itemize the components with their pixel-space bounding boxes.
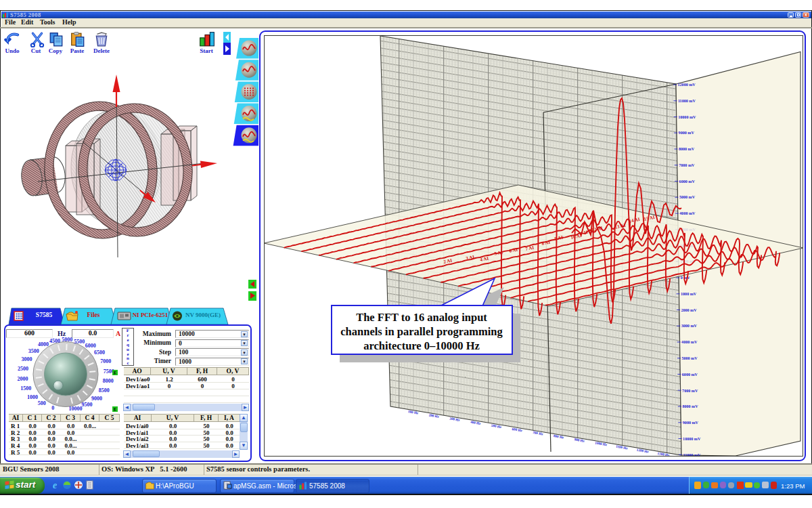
svg-text:9000 mV: 9000 mV [683, 421, 699, 425]
svg-text:The FFT to 16 analog input: The FFT to 16 analog input [356, 311, 487, 324]
svg-text:4500: 4500 [49, 338, 60, 344]
svg-text:channels in parallel programmi: channels in parallel programming [340, 325, 503, 338]
svg-text:7000 mV: 7000 mV [682, 389, 698, 393]
svg-text:11000 mV: 11000 mV [678, 99, 696, 103]
svg-text:architecture 0–10000 Hz: architecture 0–10000 Hz [363, 339, 480, 352]
svg-text:10000 mV: 10000 mV [683, 437, 701, 441]
svg-text:e: e [53, 480, 57, 490]
svg-text:9000: 9000 [91, 396, 102, 402]
svg-text:7000 mV: 7000 mV [679, 163, 695, 167]
svg-text:2000: 2000 [18, 376, 28, 382]
svg-text:6500: 6500 [94, 350, 105, 356]
svg-text:8000 mV: 8000 mV [682, 404, 698, 408]
svg-text:6000 mV: 6000 mV [679, 179, 696, 184]
svg-text:9500: 9500 [82, 402, 93, 408]
svg-text:5000 mV: 5000 mV [681, 356, 698, 360]
svg-text:5000 mV: 5000 mV [679, 195, 696, 199]
svg-text:9000 mV: 9000 mV [679, 131, 695, 135]
svg-text:8000 mV: 8000 mV [679, 147, 695, 151]
svg-text:1000 mV: 1000 mV [681, 292, 697, 296]
svg-text:6000: 6000 [85, 343, 96, 349]
svg-text:8500: 8500 [99, 387, 110, 394]
svg-text:3000: 3000 [22, 356, 32, 362]
svg-text:6000 mV: 6000 mV [682, 373, 698, 377]
svg-text:5000: 5000 [62, 337, 72, 343]
svg-text:4000: 4000 [38, 341, 49, 347]
svg-text:4000 mV: 4000 mV [679, 211, 696, 215]
svg-text:10000 mV: 10000 mV [678, 115, 696, 119]
svg-text:1500: 1500 [20, 385, 31, 391]
svg-text:10000: 10000 [68, 406, 82, 412]
svg-text:7000: 7000 [100, 358, 111, 364]
svg-text:0: 0 [51, 405, 54, 411]
svg-text:2500: 2500 [18, 366, 28, 372]
svg-text:4000 mV: 4000 mV [681, 340, 698, 344]
svg-text:2000 mV: 2000 mV [681, 308, 697, 312]
svg-text:3500: 3500 [28, 348, 39, 354]
svg-text:8000: 8000 [103, 378, 114, 384]
svg-text:0 mV: 0 mV [681, 276, 691, 280]
svg-text:3000 mV: 3000 mV [681, 324, 698, 328]
svg-text:500: 500 [38, 400, 46, 406]
svg-text:1000: 1000 [27, 394, 38, 400]
svg-text:5500: 5500 [74, 339, 85, 345]
svg-text:11000 mV: 11000 mV [683, 453, 701, 457]
svg-text:12000 mV: 12000 mV [678, 83, 696, 87]
